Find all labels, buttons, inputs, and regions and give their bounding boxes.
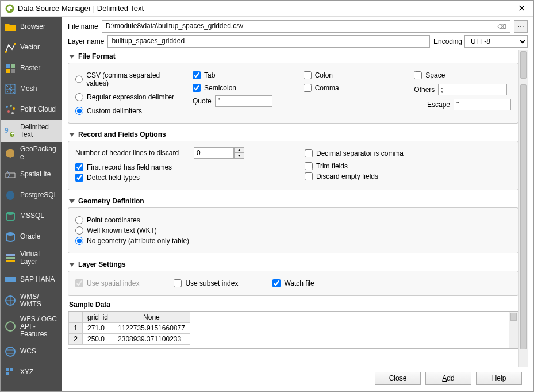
section-title: File Format: [78, 52, 116, 60]
sidebar-label: Point Cloud: [20, 106, 56, 113]
sidebar-item-vector[interactable]: Vector: [1, 37, 62, 58]
radio-regex-label: Regular expression delimiter: [87, 93, 174, 101]
escape-label: Escape: [427, 101, 450, 109]
sidebar-item-virtual-layer[interactable]: Virtual Layer: [1, 247, 62, 269]
close-icon[interactable]: ✕: [514, 3, 529, 14]
mesh-icon: [4, 83, 17, 95]
file-name-value: D:\module8\data\builtup_spaces_gridded.c…: [106, 22, 243, 30]
svg-point-24: [6, 322, 15, 331]
vector-icon: [4, 41, 17, 54]
sidebar-item-postgresql[interactable]: PostgreSQL: [1, 185, 62, 206]
sidebar-item-pointcloud[interactable]: Point Cloud: [1, 99, 62, 120]
sidebar-item-mssql[interactable]: MSSQL: [1, 206, 62, 226]
discard-empty-label: Discard empty fields: [316, 172, 378, 180]
table-row[interactable]: 2250.02308939.371100233: [69, 334, 190, 345]
radio-regex[interactable]: [75, 93, 83, 101]
escape-input[interactable]: [454, 99, 511, 110]
quote-input[interactable]: [215, 95, 272, 107]
sidebar-label: Virtual Layer: [20, 251, 59, 266]
decimal-comma-label: Decimal separator is comma: [316, 149, 404, 157]
layer-name-label: Layer name: [68, 37, 104, 45]
sidebar-item-wms[interactable]: WMS/ WMTS: [1, 290, 62, 312]
spin-down-icon[interactable]: ▼: [234, 153, 244, 159]
sidebar-label: Vector: [20, 44, 40, 51]
svg-point-18: [6, 232, 14, 236]
sidebar-item-xyz[interactable]: XYZ: [1, 362, 62, 383]
svg-point-3: [14, 43, 16, 45]
mssql-icon: [4, 210, 17, 222]
check-first-record[interactable]: [75, 163, 83, 171]
table-scrollbar[interactable]: [509, 312, 518, 348]
section-file-format-header[interactable]: File Format: [68, 50, 518, 63]
encoding-select[interactable]: UTF-8: [464, 35, 528, 48]
sidebar-item-wfs[interactable]: WFS / OGC API - Features: [1, 312, 62, 342]
check-colon[interactable]: [304, 71, 312, 79]
check-semicolon[interactable]: [193, 84, 201, 92]
watch-file-label: Watch file: [284, 279, 314, 287]
check-semicolon-label: Semicolon: [204, 84, 236, 92]
svg-point-2: [5, 51, 7, 53]
close-button[interactable]: Close: [375, 372, 421, 385]
sidebar-item-browser[interactable]: Browser: [1, 17, 62, 37]
table-row[interactable]: 1271.01122735.9151660877: [69, 323, 190, 334]
check-watch-file[interactable]: [272, 279, 281, 287]
col-header[interactable]: None: [113, 312, 190, 323]
col-header[interactable]: grid_id: [83, 312, 113, 323]
check-colon-label: Colon: [315, 71, 333, 79]
section-record-header[interactable]: Record and Fields Options: [68, 128, 518, 141]
sample-data-title: Sample Data: [69, 301, 518, 309]
check-tab[interactable]: [193, 71, 201, 79]
geopackage-icon: [4, 147, 17, 160]
wfs-icon: [4, 320, 17, 333]
sidebar-item-geopackage[interactable]: GeoPackage: [1, 142, 62, 164]
sidebar-item-spatialite[interactable]: SpatiaLite: [1, 164, 62, 185]
radio-no-geometry[interactable]: [75, 237, 83, 245]
add-button[interactable]: Add: [425, 372, 471, 385]
detect-types-label: Detect field types: [87, 174, 140, 182]
cell: 1122735.9151660877: [113, 323, 190, 334]
clear-field-icon[interactable]: ⌫: [497, 23, 506, 30]
virtual-layer-icon: [4, 252, 17, 264]
radio-custom-label: Custom delimiters: [87, 107, 142, 115]
file-name-input[interactable]: D:\module8\data\builtup_spaces_gridded.c…: [102, 20, 510, 33]
scroll-up-icon[interactable]: [510, 313, 517, 321]
header-lines-input[interactable]: [194, 147, 234, 159]
svg-rect-27: [10, 368, 13, 371]
sidebar-label: Browser: [20, 23, 45, 30]
sap-hana-icon: [4, 273, 17, 286]
first-record-label: First record has field names: [87, 163, 172, 171]
check-space-label: Space: [425, 71, 445, 79]
postgresql-icon: [4, 189, 17, 202]
sidebar-label: MSSQL: [20, 212, 44, 220]
check-decimal-comma[interactable]: [305, 149, 313, 157]
sidebar-item-sap-hana[interactable]: SAP HANA: [1, 269, 62, 290]
layer-name-input[interactable]: builtup_spaces_gridded: [107, 35, 430, 48]
radio-csv[interactable]: [75, 75, 83, 83]
browse-button[interactable]: …: [514, 20, 528, 33]
delimited-text-icon: 9+: [4, 125, 17, 137]
check-trim-fields[interactable]: [305, 162, 313, 170]
radio-custom[interactable]: [75, 107, 83, 115]
check-space[interactable]: [414, 71, 422, 79]
radio-point-coords[interactable]: [75, 216, 83, 224]
sidebar-item-raster[interactable]: Raster: [1, 58, 62, 79]
check-detect-types[interactable]: [75, 174, 83, 182]
sidebar-item-wcs[interactable]: WCS: [1, 341, 62, 362]
others-input[interactable]: [438, 84, 507, 95]
check-comma-label: Comma: [315, 84, 339, 92]
spin-up-icon[interactable]: ▲: [234, 147, 244, 153]
collapse-icon: [69, 263, 75, 267]
check-comma[interactable]: [304, 84, 312, 92]
section-layersettings-header[interactable]: Layer Settings: [68, 258, 518, 271]
sidebar: Browser Vector Raster Mesh Point Cloud 9…: [1, 17, 62, 391]
check-subset-index[interactable]: [174, 279, 182, 287]
help-button[interactable]: Help: [476, 372, 522, 385]
check-discard-empty[interactable]: [305, 172, 313, 180]
sidebar-item-oracle[interactable]: Oracle: [1, 226, 62, 247]
raster-icon: [4, 62, 17, 75]
sidebar-item-delimited-text[interactable]: 9+Delimited Text: [1, 120, 62, 142]
sidebar-item-mesh[interactable]: Mesh: [1, 79, 62, 99]
section-geometry-header[interactable]: Geometry Definition: [68, 195, 518, 207]
radio-wkt[interactable]: [75, 226, 83, 235]
window-title: Data Source Manager | Delimited Text: [18, 4, 514, 13]
